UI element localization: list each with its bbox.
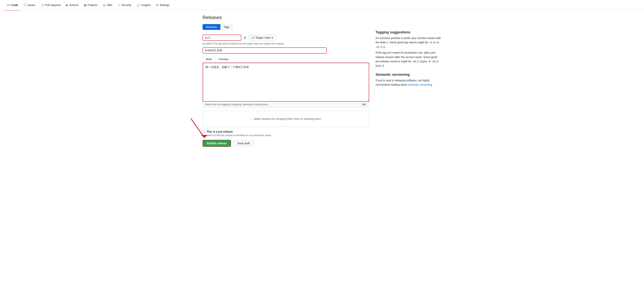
- nav-item-security[interactable]: 🛡 Security: [116, 2, 134, 8]
- branch-icon: ⎇: [251, 36, 254, 39]
- tab-tags[interactable]: Tags: [220, 24, 232, 30]
- releases-tabs: Releases Tags: [202, 24, 369, 30]
- settings-icon: ⚙: [156, 4, 159, 7]
- left-panel: Releases Releases Tags @ ⎇ Target: main …: [202, 15, 369, 147]
- semantic-para: If you're new to releasing software, we …: [376, 78, 442, 87]
- tagging-suggestions-title: Tagging suggestions: [376, 30, 442, 34]
- semantic-versioning-title: Semantic versioning: [376, 73, 442, 77]
- wiki-icon: 📖: [102, 4, 106, 7]
- chevron-down-icon: ▾: [272, 36, 273, 39]
- tag-input[interactable]: [202, 35, 241, 41]
- tagging-suggestions-section: Tagging suggestions It's common practice…: [376, 30, 442, 68]
- semantic-versioning-section: Semantic versioning If you're new to rel…: [376, 73, 442, 87]
- nav-item-issues[interactable]: ⓘ Issues: [21, 2, 38, 8]
- prerelease-label[interactable]: This is a pre-release: [202, 130, 369, 133]
- nav-item-wiki[interactable]: 📖 Wiki: [100, 2, 114, 8]
- publish-release-button[interactable]: Publish release: [202, 140, 231, 147]
- actions-icon: ▶: [66, 4, 68, 7]
- right-panel: Tagging suggestions It's common practice…: [376, 15, 442, 147]
- nav-item-projects[interactable]: ▦ Projects: [82, 2, 100, 8]
- nav-item-insights[interactable]: 📈 Insights: [134, 2, 153, 8]
- nav-item-actions[interactable]: ▶ Actions: [64, 2, 81, 8]
- tag-hint: Excellent! This tag will be created from…: [202, 42, 369, 45]
- top-nav: <> Code ⓘ Issues ⎇ Pull requests ▶ Actio…: [0, 0, 644, 10]
- nav-item-pull-requests[interactable]: ⎇ Pull requests: [38, 2, 63, 8]
- main-container: Releases Releases Tags @ ⎇ Target: main …: [198, 10, 446, 151]
- tagging-para1: It's common practice to prefix your vers…: [376, 36, 442, 49]
- editor-footer: Attach files by dragging & dropping, sel…: [203, 102, 369, 107]
- nav-item-settings[interactable]: ⚙ Settings: [154, 2, 172, 8]
- semantic-versioning-link[interactable]: semantic versioning.: [408, 83, 433, 86]
- editor-footer-text: Attach files by dragging & dropping, sel…: [205, 103, 269, 106]
- insights-icon: 📈: [137, 4, 140, 7]
- security-icon: 🛡: [118, 4, 120, 7]
- description-textarea[interactable]: 第一次提交，创建了一个测试工具类: [203, 63, 369, 102]
- download-arrow-icon: ↓: [250, 117, 252, 120]
- issues-icon: ⓘ: [24, 3, 26, 7]
- markdown-icon: MD: [362, 103, 367, 106]
- target-branch-button[interactable]: ⎇ Target: main ▾: [249, 35, 276, 41]
- action-buttons: Publish release Save draft: [202, 140, 369, 147]
- tab-write[interactable]: Write: [202, 56, 215, 63]
- prerelease-section: This is a pre-release point out that thi…: [202, 130, 369, 137]
- projects-icon: ▦: [84, 4, 86, 7]
- tab-releases[interactable]: Releases: [202, 24, 220, 30]
- prerelease-desc: point out that this release is identifie…: [207, 134, 369, 137]
- tag-row: @ ⎇ Target: main ▾: [202, 35, 369, 41]
- nav-item-code[interactable]: <> Code: [5, 2, 20, 8]
- editor-area-wrapper: 第一次提交，创建了一个测试工具类 Attach files by draggin…: [202, 63, 369, 108]
- pull-requests-icon: ⎇: [41, 4, 44, 7]
- attach-binaries-text: Attach binaries by dropping them here or…: [254, 117, 322, 120]
- code-icon: <>: [7, 4, 10, 7]
- prerelease-checkbox[interactable]: [202, 131, 205, 133]
- at-symbol: @: [244, 36, 246, 39]
- editor-tabs: Write Preview: [202, 56, 369, 63]
- tagging-para2: If the tag isn't meant for production us…: [376, 51, 442, 68]
- tab-preview[interactable]: Preview: [215, 56, 232, 62]
- page-title: Releases: [202, 15, 369, 20]
- release-title-input[interactable]: [202, 47, 327, 54]
- attach-binaries-area[interactable]: ↓ Attach binaries by dropping them here …: [202, 111, 369, 127]
- save-draft-button[interactable]: Save draft: [233, 140, 254, 147]
